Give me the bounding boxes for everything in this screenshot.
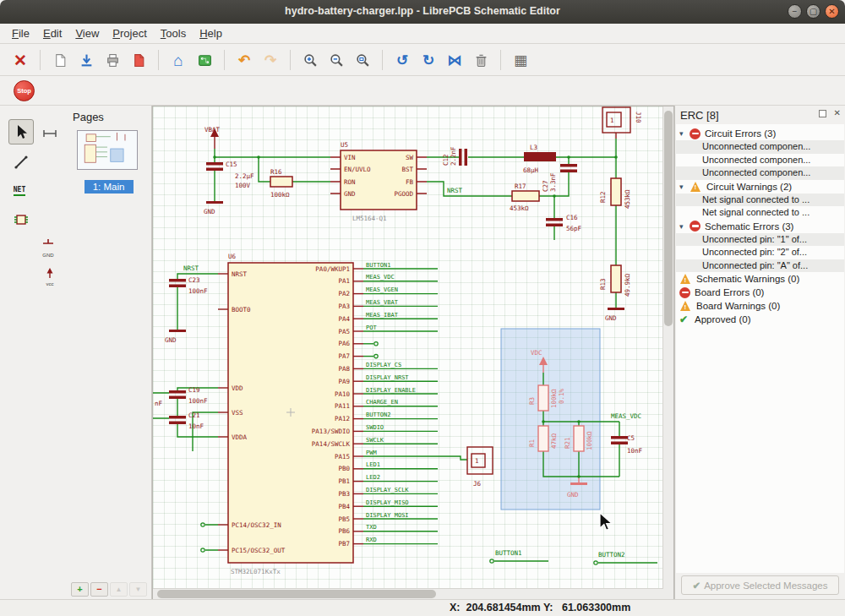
- gnd-symbol-selected[interactable]: [570, 482, 587, 485]
- horizontal-scrollbar[interactable]: [153, 588, 663, 599]
- minimize-button[interactable]: −: [788, 4, 802, 19]
- u6-pin-label: VSS: [232, 409, 243, 417]
- schematic-canvas[interactable]: NRSTBOOT0VDDVSSVDDAPC14/OSC32_INPC15/OSC…: [153, 106, 663, 580]
- menu-help[interactable]: Help: [193, 24, 229, 42]
- net-label: RXD: [366, 537, 377, 543]
- expand-arrow-icon[interactable]: ▾: [679, 222, 690, 231]
- erc-group[interactable]: Board Warnings (0): [676, 299, 844, 313]
- erc-group[interactable]: ▾Circuit Warnings (2): [676, 180, 844, 194]
- erc-group[interactable]: Board Errors (0): [676, 286, 844, 299]
- schematic-label: U6: [228, 253, 237, 260]
- erc-message[interactable]: Unconnected componen...: [676, 140, 844, 154]
- menu-tools[interactable]: Tools: [154, 24, 193, 42]
- resistor-r16[interactable]: [270, 177, 292, 187]
- gnd-tool[interactable]: GND: [35, 234, 61, 259]
- resistor-r13[interactable]: [611, 265, 621, 292]
- resistor-r17[interactable]: [512, 191, 539, 201]
- page-add-button[interactable]: +: [71, 582, 89, 597]
- inductor-l3[interactable]: [524, 152, 556, 161]
- zoom-in-button[interactable]: [298, 48, 322, 72]
- page-move-up-button[interactable]: ▲: [110, 582, 128, 597]
- erc-close-button[interactable]: ✕: [834, 108, 841, 117]
- page-thumbnail[interactable]: [77, 130, 138, 170]
- expand-arrow-icon[interactable]: ▾: [679, 183, 690, 191]
- erc-message[interactable]: Unconnected pin: "2" of...: [676, 246, 844, 259]
- page-move-down-button[interactable]: ▼: [129, 582, 147, 597]
- menu-view[interactable]: View: [68, 24, 106, 42]
- close-project-button[interactable]: ✕: [8, 48, 32, 72]
- vertical-scrollbar-thumb[interactable]: [664, 111, 673, 326]
- approve-selected-messages-button[interactable]: ✔Approve Selected Messages: [681, 575, 839, 595]
- erc-group[interactable]: ▾Circuit Errors (3): [676, 127, 844, 140]
- horizontal-scrollbar-thumb[interactable]: [157, 590, 436, 598]
- redo-button[interactable]: ↷: [259, 48, 282, 72]
- mirror-button[interactable]: ⋈: [443, 48, 466, 72]
- menu-project[interactable]: Project: [106, 24, 153, 42]
- schematic-label: VBAT: [204, 126, 221, 134]
- zoom-out-button[interactable]: [324, 48, 348, 72]
- net-label-tool[interactable]: NET: [7, 178, 32, 204]
- erc-group[interactable]: ▾Schematic Errors (3): [676, 220, 844, 233]
- erc-message[interactable]: Net signal connected to ...: [676, 194, 844, 207]
- capacitor-c12[interactable]: [459, 149, 462, 166]
- erc-float-button[interactable]: [819, 110, 826, 117]
- schematic-viewport[interactable]: NRSTBOOT0VDDVSSVDDAPC14/OSC32_INPC15/OSC…: [152, 106, 674, 600]
- gnd-symbol[interactable]: [206, 201, 223, 204]
- delete-button[interactable]: [469, 48, 493, 72]
- capacitor-c15[interactable]: [206, 162, 223, 166]
- schematic-label: GND: [605, 314, 617, 322]
- measure-tool[interactable]: [37, 121, 63, 146]
- u6-pin-label: NRST: [232, 270, 248, 278]
- select-tool[interactable]: [8, 119, 34, 144]
- erc-message[interactable]: Unconnected pin: "1" of...: [676, 233, 844, 247]
- resistor-r1[interactable]: [538, 426, 548, 451]
- capacitor-c27[interactable]: [560, 164, 577, 167]
- expand-arrow-icon[interactable]: ▾: [679, 129, 690, 138]
- vcc-tool[interactable]: vcc: [37, 263, 63, 288]
- vertical-scrollbar[interactable]: [662, 106, 673, 589]
- erc-message[interactable]: Unconnected componen...: [676, 166, 844, 180]
- net-label: CHARGE_EN: [366, 399, 398, 406]
- zoom-fit-button[interactable]: [351, 48, 374, 72]
- page-item[interactable]: 1: Main: [66, 130, 151, 194]
- resistor-r21[interactable]: [574, 426, 584, 451]
- erc-message[interactable]: Net signal connected to ...: [676, 206, 844, 220]
- export-pdf-button[interactable]: [127, 48, 150, 72]
- rotate-cw-button[interactable]: ↻: [417, 48, 440, 72]
- erc-group-label: Approved (0): [695, 314, 750, 324]
- add-component-tool[interactable]: [8, 207, 34, 232]
- save-project-button[interactable]: [74, 48, 98, 72]
- grid-settings-button[interactable]: ▦: [509, 48, 532, 72]
- undo-button[interactable]: ↶: [232, 48, 256, 72]
- u6-pin-label: PB7: [338, 540, 350, 548]
- close-button[interactable]: ✕: [825, 4, 839, 19]
- schematic-sheet[interactable]: NRSTBOOT0VDDVSSVDDAPC14/OSC32_INPC15/OSC…: [153, 106, 663, 589]
- schematic-label: 47kΩ: [550, 433, 558, 449]
- rotate-ccw-button[interactable]: ↺: [390, 48, 414, 72]
- draw-wire-tool[interactable]: [8, 150, 34, 175]
- erc-message[interactable]: Unconnected pin: "A" of...: [676, 259, 844, 273]
- capacitor-c21[interactable]: [169, 416, 186, 419]
- erc-message[interactable]: Unconnected componen...: [676, 154, 844, 167]
- menu-edit[interactable]: Edit: [36, 24, 68, 42]
- print-button[interactable]: [101, 48, 124, 72]
- control-panel-button[interactable]: ⌂: [166, 48, 190, 72]
- maximize-button[interactable]: ▢: [806, 4, 820, 19]
- scrollbar-corner: [663, 589, 673, 599]
- erc-group[interactable]: Schematic Warnings (0): [676, 272, 844, 286]
- grid-settings-icon: ▦: [514, 53, 527, 68]
- board-editor-button[interactable]: [193, 48, 216, 72]
- resistor-r12[interactable]: [611, 178, 621, 205]
- capacitor-c23[interactable]: [169, 279, 186, 282]
- stop-button[interactable]: Stop: [14, 80, 35, 101]
- new-sheet-button[interactable]: [48, 48, 72, 72]
- erc-group[interactable]: ✔Approved (0): [676, 313, 844, 326]
- resistor-r3[interactable]: [538, 385, 548, 411]
- capacitor-c19[interactable]: [169, 390, 186, 394]
- selection-rectangle[interactable]: [501, 329, 600, 510]
- capacitor-c16[interactable]: [546, 218, 563, 221]
- page-remove-button[interactable]: −: [90, 582, 108, 597]
- capacitor-c5[interactable]: [611, 436, 628, 439]
- menu-file[interactable]: File: [5, 24, 36, 42]
- page-label[interactable]: 1: Main: [84, 180, 134, 194]
